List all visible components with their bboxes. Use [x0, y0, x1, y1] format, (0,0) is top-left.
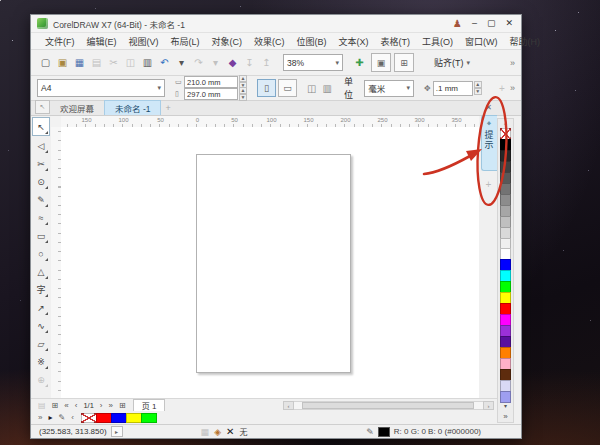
last-page-button[interactable]: »	[106, 401, 116, 410]
nudge-spinner[interactable]: ▲▼	[474, 81, 482, 95]
new-icon[interactable]: ▢	[37, 54, 54, 72]
zoom-tool[interactable]: ⊙	[33, 173, 49, 190]
close-button[interactable]: ✕	[505, 19, 513, 28]
units-select[interactable]: 毫米 ▾	[364, 80, 414, 97]
color-swatch[interactable]	[111, 413, 127, 423]
grid-button[interactable]: ⊞	[394, 53, 414, 72]
document-page[interactable]	[196, 154, 351, 373]
view-toggle-icon[interactable]: ✚	[351, 54, 368, 72]
mesh-fill-tool[interactable]: ※	[33, 353, 49, 370]
copy-icon[interactable]: ◫	[122, 54, 139, 72]
zoom-level-select[interactable]: 38% ▾	[283, 54, 343, 71]
portrait-button[interactable]: ▯	[257, 79, 276, 97]
docker-add-button[interactable]: +	[486, 179, 492, 190]
artistic-media-tool[interactable]: ≈	[33, 209, 49, 226]
menu-item[interactable]: 位图(B)	[291, 33, 333, 50]
menu-item[interactable]: 窗口(W)	[459, 33, 504, 50]
docker-close-icon[interactable]: ✕	[485, 102, 492, 113]
menu-item[interactable]: 编辑(E)	[81, 33, 123, 50]
docker-tab-hints[interactable]: ⌖ 提示	[481, 115, 497, 171]
page-stack-icon[interactable]: ▥	[323, 83, 332, 94]
color-swatch[interactable]	[96, 413, 112, 423]
palette-overflow-button[interactable]: »	[498, 411, 513, 422]
add-button[interactable]: +	[494, 79, 510, 97]
cut-icon[interactable]: ✂	[105, 54, 122, 72]
palette-scroll-down-icon[interactable]: ▾	[498, 402, 513, 411]
next-page-button[interactable]: ›	[97, 401, 106, 410]
freehand-tool[interactable]: ✎	[33, 191, 49, 208]
pick-tool[interactable]: ↖	[32, 117, 50, 136]
page-pair-icon[interactable]: ◫	[307, 83, 316, 94]
undo-dropdown-icon[interactable]: ▾	[173, 54, 190, 72]
page-size-select[interactable]: A4 ▾	[37, 79, 165, 97]
crop-tool[interactable]: ✂	[33, 155, 49, 172]
height-spinner[interactable]: ▲▼	[239, 87, 247, 101]
rectangle-tool[interactable]: ▭	[33, 227, 49, 244]
menu-item[interactable]: 表格(T)	[375, 33, 417, 50]
scrollbar-track[interactable]	[294, 401, 483, 410]
tab-untitled-document[interactable]: 未命名 -1	[104, 100, 161, 115]
minimize-button[interactable]: –	[472, 19, 477, 28]
menu-item[interactable]: 文件(F)	[39, 33, 81, 50]
property-bar-overflow-button[interactable]: »	[510, 83, 515, 93]
menu-item[interactable]: 视图(V)	[123, 33, 165, 50]
customize-tool[interactable]: ⊕	[33, 371, 49, 388]
horizontal-scrollbar[interactable]: ‹ ›	[283, 401, 494, 410]
polygon-tool[interactable]: △	[33, 263, 49, 280]
menu-item[interactable]: 文本(X)	[333, 33, 375, 50]
landscape-button[interactable]: ▭	[278, 79, 297, 97]
open-icon[interactable]: ▣	[54, 54, 71, 72]
palette-scroll-up-icon[interactable]: ▴	[498, 119, 513, 128]
content-exchange-icon[interactable]: ◆	[224, 54, 241, 72]
maximize-button[interactable]: ▢	[487, 19, 496, 28]
color-swatch[interactable]	[81, 413, 97, 423]
add-page-icon[interactable]: ⊞	[49, 401, 62, 410]
menu-item[interactable]: 帮助(H)	[504, 33, 547, 50]
eyedropper-icon[interactable]: ✎	[55, 413, 68, 422]
redo-dropdown-icon[interactable]: ▾	[207, 54, 224, 72]
title-bar[interactable]: CorelDRAW X7 (64-Bit) - 未命名 -1 ♟ – ▢ ✕	[31, 15, 521, 33]
doc-palette-overflow-button[interactable]: »	[35, 413, 45, 422]
save-icon[interactable]: ▦	[71, 54, 88, 72]
nudge-field[interactable]: .1 mm	[433, 81, 473, 96]
status-flyout-button[interactable]: ▸	[111, 426, 123, 437]
layers-icon[interactable]: ▤	[35, 401, 49, 410]
snap-to-button[interactable]: 贴齐(T) ▾	[424, 56, 470, 69]
tab-nav-icon[interactable]: ↖	[35, 100, 50, 114]
print-icon[interactable]: ▤	[88, 54, 105, 72]
connector-tool[interactable]: ∿	[33, 317, 49, 334]
scroll-left-icon[interactable]: ‹	[283, 401, 294, 410]
shape-tool[interactable]: ◁	[33, 137, 49, 154]
import-icon[interactable]: ↧	[241, 54, 258, 72]
menu-item[interactable]: 效果(C)	[248, 33, 291, 50]
interactive-fill-tool[interactable]: ▱	[33, 335, 49, 352]
drawing-canvas[interactable]	[61, 127, 479, 398]
new-tab-button[interactable]: +	[165, 103, 170, 113]
previous-page-button[interactable]: ‹	[72, 401, 81, 410]
account-icon[interactable]: ♟	[453, 19, 462, 29]
toolbar-overflow-button[interactable]: »	[510, 58, 515, 68]
undo-icon[interactable]: ↶	[156, 54, 173, 72]
first-page-button[interactable]: «	[61, 401, 71, 410]
preview-button[interactable]: ▣	[371, 53, 391, 72]
dimension-tool[interactable]: ↗	[33, 299, 49, 316]
doc-palette-scroll-left-icon[interactable]: ‹	[68, 413, 77, 422]
export-icon[interactable]: ↥	[258, 54, 275, 72]
page-width-field[interactable]: 210.0 mm	[184, 76, 238, 88]
ellipse-tool[interactable]: ○	[33, 245, 49, 262]
arrow-icon[interactable]: ▸	[45, 413, 55, 422]
color-swatch[interactable]	[126, 413, 142, 423]
redo-icon[interactable]: ↷	[190, 54, 207, 72]
menu-item[interactable]: 工具(O)	[416, 33, 459, 50]
page-1-tab[interactable]: 页 1	[133, 399, 166, 412]
scroll-right-icon[interactable]: ›	[483, 401, 494, 410]
menu-item[interactable]: 对象(C)	[206, 33, 249, 50]
color-swatch[interactable]	[141, 413, 157, 423]
add-page-icon[interactable]: ⊞	[116, 401, 129, 410]
paste-icon[interactable]: ▥	[139, 54, 156, 72]
scrollbar-thumb[interactable]	[302, 402, 474, 409]
menu-item[interactable]: 布局(L)	[165, 33, 206, 50]
tab-welcome-screen[interactable]: 欢迎屏幕	[50, 101, 104, 115]
text-tool[interactable]: 字	[33, 281, 49, 298]
page-height-field[interactable]: 297.0 mm	[184, 88, 238, 100]
